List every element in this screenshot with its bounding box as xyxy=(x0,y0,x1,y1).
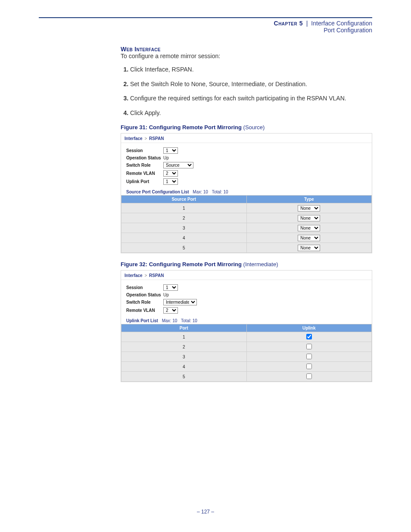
figure31-panel: Interface > RSPAN Session 1 Operation St… xyxy=(121,133,372,253)
chapter-label: Chapter 5 xyxy=(274,20,303,27)
col-source-port: Source Port xyxy=(121,196,247,203)
op-status-value: Up xyxy=(163,156,169,160)
list-title-text: Source Port Configuration List xyxy=(126,190,189,194)
cell-port: 1 xyxy=(121,332,247,342)
remote-vlan-label: Remote VLAN xyxy=(126,308,163,313)
uplink-port-select[interactable]: 1 xyxy=(163,178,178,185)
list-title: Uplink Port List Max: 10 Total: 10 xyxy=(121,317,372,324)
uplink-port-label: Uplink Port xyxy=(126,179,163,184)
breadcrumb: Interface > RSPAN xyxy=(121,271,372,280)
op-status-label: Operation Status xyxy=(126,156,163,160)
figure32-variant: (Intermediate) xyxy=(243,261,278,268)
uplink-checkbox[interactable] xyxy=(306,344,312,349)
page-header: Chapter 5 | Interface Configuration Port… xyxy=(39,20,372,34)
figure32-panel: Interface > RSPAN Session 1 Operation St… xyxy=(121,270,372,382)
cell-port: 5 xyxy=(121,372,247,382)
table-row: 4 xyxy=(121,362,372,372)
figure31-caption: Figure 31: Configuring Remote Port Mirro… xyxy=(121,124,372,131)
session-select[interactable]: 1 xyxy=(163,284,178,291)
switch-role-select[interactable]: Intermediate xyxy=(163,299,197,305)
switch-role-label: Switch Role xyxy=(126,300,163,305)
breadcrumb-leaf: RSPAN xyxy=(149,273,164,278)
step-item: Configure the required settings for each… xyxy=(130,94,372,103)
uplink-port-table: Port Uplink 1 2 3 4 5 xyxy=(121,324,372,382)
remote-vlan-select[interactable]: 2 xyxy=(163,170,178,177)
col-uplink: Uplink xyxy=(246,324,372,332)
figure31-label: Figure 31: Configuring Remote Port Mirro… xyxy=(121,124,242,131)
intro-text: To configure a remote mirror session: xyxy=(121,53,372,59)
breadcrumb-root: Interface xyxy=(125,136,143,141)
steps-list: Click Interface, RSPAN. Set the Switch R… xyxy=(121,65,372,117)
op-status-label: Operation Status xyxy=(126,292,163,297)
figure31-variant: (Source) xyxy=(243,124,265,131)
table-row: 2None xyxy=(121,213,372,223)
type-select[interactable]: None xyxy=(298,205,320,212)
type-select[interactable]: None xyxy=(298,235,320,241)
cell-port: 1 xyxy=(121,203,247,213)
breadcrumb-leaf: RSPAN xyxy=(149,136,164,141)
remote-vlan-select[interactable]: 2 xyxy=(163,307,178,314)
cell-port: 5 xyxy=(121,243,247,253)
uplink-checkbox[interactable] xyxy=(306,334,312,339)
subsection-label: Port Configuration xyxy=(39,27,372,34)
step-item: Set the Switch Role to None, Source, Int… xyxy=(130,80,372,89)
table-row: 1None xyxy=(121,203,372,213)
header-separator: | xyxy=(305,20,310,27)
switch-role-label: Switch Role xyxy=(126,163,163,168)
table-row: 5None xyxy=(121,243,372,253)
op-status-value: Up xyxy=(163,292,169,297)
list-total: Total: 10 xyxy=(181,318,197,323)
step-item: Click Interface, RSPAN. xyxy=(130,65,372,74)
table-row: 3None xyxy=(121,223,372,233)
list-max: Max: 10 xyxy=(193,190,208,194)
table-row: 1 xyxy=(121,332,372,342)
col-port: Port xyxy=(121,324,247,332)
page-number: – 127 – xyxy=(0,509,411,515)
section-label: Interface Configuration xyxy=(311,20,372,27)
breadcrumb: Interface > RSPAN xyxy=(121,134,372,143)
table-row: 2 xyxy=(121,342,372,352)
section-heading: Web Interface xyxy=(121,46,372,53)
cell-port: 3 xyxy=(121,352,247,362)
col-type: Type xyxy=(246,196,372,203)
type-select[interactable]: None xyxy=(298,215,320,221)
list-max: Max: 10 xyxy=(162,318,177,323)
figure32-label: Figure 32: Configuring Remote Port Mirro… xyxy=(121,261,242,268)
list-title-text: Uplink Port List xyxy=(126,318,158,323)
session-select[interactable]: 1 xyxy=(163,147,178,154)
uplink-checkbox[interactable] xyxy=(306,373,312,379)
figure32-caption: Figure 32: Configuring Remote Port Mirro… xyxy=(121,261,372,268)
type-select[interactable]: None xyxy=(298,245,320,251)
cell-port: 4 xyxy=(121,362,247,372)
remote-vlan-label: Remote VLAN xyxy=(126,171,163,176)
breadcrumb-root: Interface xyxy=(125,273,143,278)
uplink-checkbox[interactable] xyxy=(306,364,312,369)
cell-port: 2 xyxy=(121,342,247,352)
source-port-table: Source Port Type 1None 2None 3None 4None… xyxy=(121,195,372,253)
type-select[interactable]: None xyxy=(298,225,320,231)
table-row: 3 xyxy=(121,352,372,362)
switch-role-select[interactable]: Source xyxy=(163,162,193,168)
cell-port: 4 xyxy=(121,233,247,243)
step-item: Click Apply. xyxy=(130,109,372,118)
list-title: Source Port Configuration List Max: 10 T… xyxy=(121,188,372,195)
cell-port: 2 xyxy=(121,213,247,223)
list-total: Total: 10 xyxy=(212,190,228,194)
cell-port: 3 xyxy=(121,223,247,233)
uplink-checkbox[interactable] xyxy=(306,354,312,359)
table-row: 5 xyxy=(121,372,372,382)
session-label: Session xyxy=(126,148,163,153)
session-label: Session xyxy=(126,285,163,290)
table-row: 4None xyxy=(121,233,372,243)
